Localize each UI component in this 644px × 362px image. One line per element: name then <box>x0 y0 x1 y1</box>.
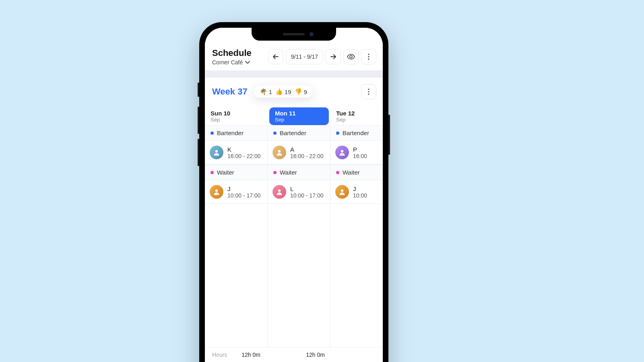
role-cell[interactable]: Waiter <box>268 165 330 180</box>
location-selector[interactable]: Corner Café <box>212 59 252 66</box>
shift-info: L 10:00 - 17:00 <box>290 185 324 199</box>
shift-time: 10:00 <box>353 192 367 199</box>
speaker <box>283 33 305 35</box>
more-vertical-icon <box>368 88 369 95</box>
role-dot-icon <box>336 132 339 135</box>
stat-declined-value: 9 <box>304 88 307 95</box>
shift-row-waiter: J 10:00 - 17:00 L 10:00 - 17:00 <box>205 180 383 204</box>
avatar <box>210 146 223 159</box>
shift-info: K 16:00 - 22:00 <box>227 146 261 159</box>
avatar <box>335 146 349 159</box>
next-week-button[interactable] <box>326 49 341 64</box>
shift-cell[interactable]: P 16:00 <box>330 141 383 165</box>
volume-up-button <box>198 107 199 134</box>
day-month: Sep <box>336 117 383 123</box>
stat-approved-value: 19 <box>285 88 291 95</box>
role-label: Waiter <box>280 169 297 176</box>
palm-tree-icon: 🌴 <box>260 88 267 95</box>
shift-cell[interactable]: J 10:00 <box>330 180 383 204</box>
role-dot-icon <box>273 132 277 135</box>
role-label: Waiter <box>343 169 360 176</box>
section-divider <box>205 70 383 78</box>
day-month: Sep <box>211 117 268 123</box>
day-tab-mon[interactable]: Mon 11 Sep <box>268 107 330 125</box>
employee-name: A <box>290 146 324 153</box>
day-tab-tue[interactable]: Tue 12 Sep <box>330 107 383 125</box>
day-tabs: Sun 10 Sep Mon 11 Sep Tue 12 Sep <box>205 107 383 125</box>
day-tab-sun[interactable]: Sun 10 Sep <box>205 107 268 125</box>
svg-point-12 <box>341 189 343 192</box>
shift-time: 16:00 - 22:00 <box>227 153 261 159</box>
role-dot-icon <box>211 171 214 174</box>
shift-cell[interactable]: J 10:00 - 17:00 <box>205 180 268 204</box>
shift-time: 10:00 - 17:00 <box>227 192 261 199</box>
role-row-waiter: Waiter Waiter Waiter <box>205 165 383 180</box>
stat-vacation: 🌴 1 <box>260 88 272 95</box>
summary-value: 12h 0m <box>268 348 330 362</box>
thumbs-down-icon: 👎 <box>295 88 302 95</box>
svg-point-3 <box>368 58 369 60</box>
svg-point-8 <box>278 150 281 152</box>
volume-down-button <box>198 139 199 166</box>
role-dot-icon <box>273 171 277 174</box>
role-cell[interactable]: Bartender <box>205 125 268 140</box>
svg-point-5 <box>368 91 369 92</box>
employee-name: L <box>290 185 324 192</box>
arrow-right-icon <box>330 54 336 60</box>
employee-name: J <box>353 185 367 192</box>
summary-label: Hours <box>205 348 239 362</box>
stat-declined: 👎 9 <box>295 88 307 95</box>
shift-info: J 10:00 - 17:00 <box>227 185 261 199</box>
summary-row-hours: Hours 12h 0m 12h 0m <box>205 347 383 362</box>
role-row-bartender: Bartender Bartender Bartender <box>205 125 383 141</box>
week-more-button[interactable] <box>361 84 376 99</box>
thumbs-up-icon: 👍 <box>275 88 283 95</box>
avatar <box>335 185 349 199</box>
empty-col <box>268 204 330 347</box>
role-cell[interactable]: Waiter <box>330 165 383 180</box>
role-dot-icon <box>211 132 214 135</box>
avatar <box>272 146 286 159</box>
day-label: Mon 11 <box>275 110 329 117</box>
location-name: Corner Café <box>212 59 243 66</box>
role-dot-icon <box>336 171 339 174</box>
shift-cell[interactable]: K 16:00 - 22:00 <box>205 141 268 165</box>
header-more-button[interactable] <box>361 49 376 64</box>
svg-point-1 <box>368 53 369 55</box>
role-cell[interactable]: Waiter <box>205 165 268 180</box>
week-stats-chip[interactable]: 🌴 1 👍 19 👎 9 <box>254 86 313 98</box>
empty-col <box>205 204 268 347</box>
summary-value: 12h 0m <box>239 348 268 362</box>
avatar <box>210 185 223 199</box>
header-title-block: Schedule Corner Café <box>212 48 252 66</box>
front-camera <box>310 32 314 36</box>
view-button[interactable] <box>343 49 359 64</box>
shift-cell[interactable]: L 10:00 - 17:00 <box>268 180 330 204</box>
summary-table: Hours 12h 0m 12h 0m Salary 849.40 1,519.… <box>205 347 383 362</box>
shift-time: 16:00 - 22:00 <box>290 153 324 159</box>
svg-point-10 <box>215 189 218 192</box>
role-label: Waiter <box>217 169 234 176</box>
prev-week-button[interactable] <box>268 49 283 64</box>
phone-frame: Schedule Corner Café <box>199 22 388 362</box>
date-range-button[interactable]: 9/11 - 9/17 <box>286 49 323 64</box>
shift-time: 16:00 <box>353 153 367 159</box>
week-label[interactable]: Week 37 <box>212 86 248 97</box>
role-cell[interactable]: Bartender <box>330 125 383 140</box>
empty-grid-area <box>205 204 383 347</box>
shift-info: J 10:00 <box>353 185 367 199</box>
shift-time: 10:00 - 17:00 <box>290 192 324 199</box>
svg-point-9 <box>341 150 343 152</box>
chevron-down-icon <box>245 61 250 64</box>
arrow-left-icon <box>272 54 279 60</box>
role-label: Bartender <box>280 130 306 136</box>
avatar <box>272 185 286 199</box>
power-button <box>388 115 390 155</box>
more-vertical-icon <box>368 53 369 60</box>
svg-point-2 <box>368 56 369 57</box>
svg-point-6 <box>368 93 369 95</box>
eye-icon <box>347 54 355 60</box>
stat-approved: 👍 19 <box>275 88 291 95</box>
role-cell[interactable]: Bartender <box>268 125 330 140</box>
shift-cell[interactable]: A 16:00 - 22:00 <box>268 141 330 165</box>
